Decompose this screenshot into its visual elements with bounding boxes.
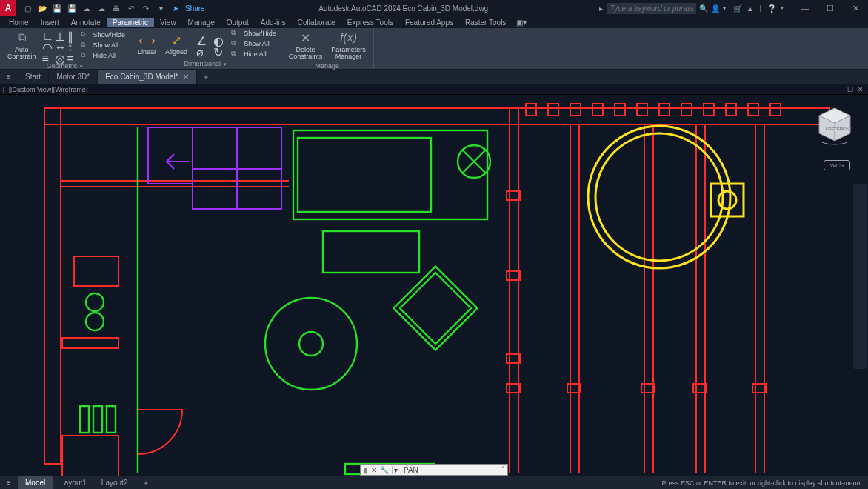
navigation-bar[interactable]: [853, 184, 867, 369]
auto-constrain-label: AutoConstrain: [7, 47, 36, 60]
chevron-down-icon[interactable]: ▾: [781, 4, 788, 12]
drawing-canvas[interactable]: LEFT FRONT WCS ▮ ✕ 🔧 ▾ PAN ˆ: [0, 95, 868, 476]
search-input[interactable]: [607, 3, 696, 14]
search-dropdown-icon[interactable]: ▸: [599, 4, 603, 13]
tangent-icon[interactable]: ◠: [42, 41, 53, 50]
parameters-manager-button[interactable]: f(x) ParametersManager: [328, 28, 369, 61]
showhide-icon: ⧉: [231, 29, 241, 38]
tab-layout1[interactable]: Layout1: [53, 476, 94, 489]
geom-show-all-button[interactable]: ⧉Show All: [81, 41, 126, 50]
label: Hide All: [244, 50, 267, 58]
search-icon[interactable]: 🔍: [699, 4, 708, 13]
close-tab-icon[interactable]: ✕: [183, 73, 189, 81]
coincident-icon[interactable]: ∟: [42, 30, 53, 39]
chevron-down-icon[interactable]: ▾: [723, 5, 726, 12]
sign-in-icon[interactable]: 👤: [711, 4, 720, 13]
doc-tabs-menu-icon[interactable]: ≡: [0, 70, 18, 84]
new-icon[interactable]: ▢: [22, 3, 33, 13]
new-tab-button[interactable]: ＋: [197, 70, 215, 84]
tab-eco-cabin[interactable]: Eco Cabin_3D Model*✕: [98, 70, 196, 84]
delete-constraints-icon: ✕: [296, 30, 314, 46]
menu-parametric[interactable]: Parametric: [107, 18, 154, 27]
tab-model[interactable]: Model: [18, 476, 53, 489]
auto-constrain-button[interactable]: ⧉ AutoConstrain: [4, 28, 39, 61]
tab-layout2[interactable]: Layout2: [94, 476, 136, 489]
dim-hide-all-button[interactable]: ⧉Hide All: [231, 50, 276, 59]
viewport-label[interactable]: [–][Custom View][Wireframe]: [3, 86, 87, 93]
dim-show-all-button[interactable]: ⧉Show All: [231, 39, 276, 48]
menu-annotate[interactable]: Annotate: [65, 18, 107, 27]
dim-constraint-grid: ∠ ◐ ⌀ ↻: [196, 34, 228, 54]
undo-icon[interactable]: ↶: [126, 3, 136, 13]
cloud-save-icon[interactable]: ☁: [96, 3, 107, 13]
window-controls: — ☐ ✕: [792, 0, 868, 16]
label: Hide All: [93, 52, 116, 59]
menu-collaborate[interactable]: Collaborate: [292, 18, 341, 27]
concentric-icon[interactable]: ◎: [55, 52, 65, 61]
minimize-button[interactable]: —: [792, 0, 818, 16]
linear-dim-button[interactable]: ⟷ Linear: [135, 30, 159, 57]
parallel-icon[interactable]: ∥: [67, 30, 78, 39]
vertical-icon[interactable]: ↕: [67, 41, 78, 50]
geom-hide-all-button[interactable]: ⧉Hide All: [81, 51, 126, 60]
cmd-customize-icon[interactable]: 🔧: [380, 466, 389, 474]
svg-rect-12: [704, 104, 714, 116]
menu-addins[interactable]: Add-ins: [255, 18, 292, 27]
menu-output[interactable]: Output: [221, 18, 255, 27]
vp-maximize-icon[interactable]: ☐: [847, 86, 853, 93]
svg-rect-7: [592, 104, 603, 116]
maximize-button[interactable]: ☐: [818, 0, 843, 16]
delete-constraints-button[interactable]: ✕ DeleteConstraints: [286, 28, 326, 61]
layout-menu-icon[interactable]: ≡: [0, 476, 18, 489]
menu-manage[interactable]: Manage: [182, 18, 221, 27]
menu-view[interactable]: View: [154, 18, 182, 27]
collinear-icon[interactable]: ≡: [42, 52, 53, 61]
horizontal-icon[interactable]: ↔: [55, 41, 65, 50]
convert-icon[interactable]: ↻: [213, 45, 224, 54]
cloud-open-icon[interactable]: ☁: [81, 3, 92, 13]
close-button[interactable]: ✕: [843, 0, 868, 16]
aligned-dim-button[interactable]: ⤢ Aligned: [162, 30, 190, 57]
menu-overflow-icon[interactable]: ▣▾: [512, 18, 531, 27]
add-layout-button[interactable]: ＋: [135, 476, 157, 489]
tab-motor-3d[interactable]: Motor 3D*: [49, 70, 98, 84]
plot-icon[interactable]: 🖶: [111, 3, 121, 13]
redo-icon[interactable]: ↷: [141, 3, 151, 13]
vp-minimize-icon[interactable]: —: [836, 86, 843, 93]
app-logo-icon[interactable]: A: [0, 0, 16, 16]
app-store-icon[interactable]: ▲: [747, 4, 754, 12]
share-label[interactable]: Share: [185, 4, 205, 13]
equal-icon[interactable]: =: [67, 52, 78, 61]
menu-insert[interactable]: Insert: [35, 18, 65, 27]
cart-icon[interactable]: 🛒: [733, 4, 741, 12]
menu-rastertools[interactable]: Raster Tools: [459, 18, 512, 27]
wcs-badge[interactable]: WCS: [824, 160, 850, 170]
cmd-close-icon[interactable]: ✕: [371, 466, 377, 474]
angular-icon[interactable]: ∠: [196, 34, 207, 43]
view-cube[interactable]: LEFT FRONT: [816, 105, 853, 147]
perpendicular-icon[interactable]: ⊥: [55, 30, 65, 39]
dim-show-hide-button[interactable]: ⧉Show/Hide: [231, 29, 276, 38]
menu-express[interactable]: Express Tools: [341, 18, 399, 27]
menu-home[interactable]: Home: [3, 18, 35, 27]
vp-close-icon[interactable]: ✕: [858, 86, 864, 93]
diameter-icon[interactable]: ⌀: [196, 45, 207, 54]
open-icon[interactable]: 📂: [37, 3, 47, 13]
share-send-icon[interactable]: ➤: [170, 3, 181, 13]
panel-label[interactable]: Dimensional▾: [130, 59, 281, 69]
menu-featured[interactable]: Featured Apps: [399, 18, 459, 27]
cmd-history-icon[interactable]: ˆ: [499, 466, 507, 474]
saveas-icon[interactable]: 💾: [67, 3, 77, 13]
help-icon[interactable]: ❔: [767, 4, 775, 12]
svg-rect-6: [570, 104, 581, 116]
label: Start: [25, 73, 41, 81]
title-bar: A ▢ 📂 💾 💾 ☁ ☁ 🖶 ↶ ↷ ▾ ➤ Share Autodesk A…: [0, 0, 868, 16]
cmd-handle-icon[interactable]: ▮: [364, 466, 368, 474]
tab-start[interactable]: Start: [18, 70, 49, 84]
titlebar-right-icons: 🛒 ▲ | ❔ ▾: [733, 4, 788, 12]
radius-icon[interactable]: ◐: [213, 34, 224, 43]
geom-show-hide-button[interactable]: ⧉Show/Hide: [81, 30, 126, 39]
command-line[interactable]: ▮ ✕ 🔧 ▾ PAN ˆ: [360, 464, 508, 476]
save-icon[interactable]: 💾: [52, 3, 62, 13]
qat-dropdown-icon[interactable]: ▾: [156, 3, 166, 13]
